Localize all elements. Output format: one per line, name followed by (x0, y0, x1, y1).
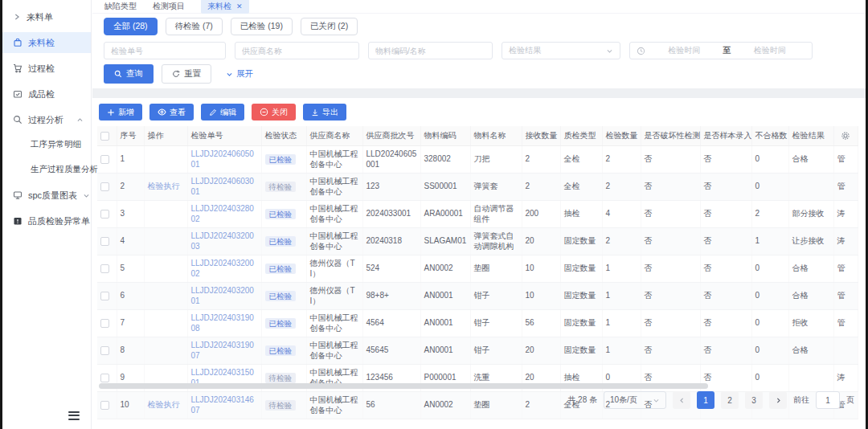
column-header: 是否样本录入 (700, 126, 751, 146)
row-checkbox[interactable] (100, 319, 109, 328)
order-no-input[interactable] (104, 42, 226, 59)
table-row: 3LLJDJ20240328002已检验中国机械工程创备中心2024033001… (97, 201, 858, 228)
cell-supplier: 中国机械工程创备中心 (306, 146, 362, 174)
goto-page-input[interactable] (816, 391, 840, 409)
status-tab-closed[interactable]: 已关闭 (2) (301, 18, 358, 35)
row-checkbox[interactable] (100, 237, 109, 246)
column-settings-gear-icon[interactable] (841, 131, 850, 141)
view-button[interactable]: 查看 (149, 104, 194, 121)
inspect-execute-link[interactable]: 检验执行 (148, 182, 180, 190)
page-button-1[interactable]: 1 (697, 391, 714, 409)
row-checkbox[interactable] (100, 374, 109, 382)
cell-supplier: 中国机械工程创备中心 (306, 337, 362, 365)
cell-inspect-qty: 1 (602, 255, 641, 283)
row-checkbox[interactable] (100, 182, 109, 191)
page-button-3[interactable]: 3 (745, 391, 763, 409)
status-badge: 已检验 (265, 291, 297, 302)
cell-material-code: ARA00001 (420, 201, 470, 228)
cell-status: 待检验 (261, 174, 306, 201)
material-input[interactable] (368, 42, 493, 59)
row-checkbox[interactable] (100, 264, 109, 273)
cell-action (144, 201, 187, 228)
goto-label: 前往 (793, 394, 809, 406)
expand-filters-link[interactable]: 展开 (226, 68, 253, 80)
abnormal-doc-icon (13, 216, 23, 226)
cell-material-code: AN0002 (420, 392, 470, 419)
cell-result: 合格 (788, 337, 833, 365)
select-all-checkbox[interactable] (100, 132, 109, 141)
close-icon[interactable]: ✕ (236, 3, 243, 10)
status-tab-inspected[interactable]: 已检验 (19) (231, 18, 293, 35)
cell-batch-no: 45645 (362, 337, 420, 365)
tab-inspection-item[interactable]: 检测项目 (153, 1, 185, 12)
cell-order-no[interactable]: LLJDJ20240320003 (187, 228, 261, 255)
cell-order-no[interactable]: LLJDJ20240328002 (187, 201, 261, 228)
cell-action[interactable]: 检验执行 (144, 174, 187, 201)
tab-incoming-inspection[interactable]: 来料检 ✕ (201, 0, 249, 14)
cell-seq: 2 (117, 174, 144, 201)
inspect-execute-link[interactable]: 检验执行 (148, 400, 180, 409)
status-tab-pending[interactable]: 待检验 (7) (166, 18, 223, 35)
cell-order-no[interactable]: LLJDJ20240314607 (187, 392, 261, 419)
cell-recv-qty: 20 (522, 337, 560, 365)
sidebar-item-process-inspection[interactable]: 过程检 (2, 58, 91, 79)
sidebar-subitem-process-abnormal-detail[interactable]: 工序异常明细 (2, 135, 91, 154)
cell-order-no[interactable]: LLJDJ20240320001 (187, 283, 261, 310)
sidebar-item-incoming-inspection[interactable]: 来料检 (2, 32, 91, 53)
cell-material-code: SS00001 (420, 174, 470, 201)
cell-sample-entry: 否 (700, 310, 751, 337)
view-button-label: 查看 (170, 107, 186, 118)
cell-action (144, 337, 187, 365)
cell-order-no[interactable]: LLJDJ20240319008 (187, 310, 261, 337)
row-checkbox[interactable] (100, 155, 109, 164)
prev-page-button[interactable] (673, 391, 690, 409)
sidebar-item-label: 来料检 (28, 37, 55, 49)
cell-action (144, 283, 187, 310)
cell-defect-qty: 0 (751, 255, 788, 283)
sidebar-item-spc-quality-chart[interactable]: spc质量图表 (2, 185, 91, 206)
sidebar-item-finished-inspection[interactable]: 成品检 (2, 84, 91, 104)
cell-result: 让步接收 (788, 228, 833, 255)
result-select[interactable]: 检验结果 (502, 42, 620, 59)
screen-edge-left (0, 0, 2, 429)
cell-order-no[interactable]: LLJDJ20240603001 (187, 174, 261, 201)
export-button[interactable]: 导出 (303, 104, 346, 121)
reset-button[interactable]: 重置 (162, 64, 211, 84)
sidebar-collapse-icon[interactable] (68, 411, 80, 423)
cell-sample-entry: 否 (700, 174, 751, 201)
cell-action[interactable]: 检验执行 (144, 392, 187, 419)
cell-order-no[interactable]: LLJDJ20240319007 (187, 337, 261, 365)
sidebar-item-process-analysis[interactable]: 过程分析 (2, 109, 91, 130)
row-checkbox[interactable] (100, 401, 109, 410)
search-button[interactable]: 查询 (104, 64, 154, 84)
supplier-input[interactable] (235, 42, 359, 59)
horizontal-scrollbar[interactable] (99, 383, 708, 389)
sidebar-item-incoming-order[interactable]: 来料单 (2, 6, 91, 27)
sidebar-subitem-production-quality-analysis[interactable]: 生产过程质量分析 (2, 160, 91, 179)
date-range-picker[interactable]: 检验时间 至 检验时间 (629, 42, 813, 59)
tab-defect-type[interactable]: 缺陷类型 (104, 1, 137, 12)
cell-order-no[interactable]: LLJDJ20240320002 (187, 255, 261, 283)
cell-qc-type: 固定数量 (560, 228, 602, 255)
cell-order-no[interactable]: LLJDJ20240605001 (187, 146, 261, 174)
cell-destructive: 否 (641, 228, 700, 255)
chevron-down-icon (606, 47, 613, 55)
close-button-label: 关闭 (272, 107, 288, 118)
sidebar-item-quality-abnormal-order[interactable]: 品质检验异常单 (2, 210, 91, 231)
status-tab-all[interactable]: 全部 (28) (104, 18, 158, 35)
add-button[interactable]: 新增 (99, 104, 142, 121)
cell-inspector: 管 (833, 283, 858, 310)
column-header: 物料编码 (420, 126, 470, 146)
sidebar-item-label: 成品检 (28, 88, 55, 100)
page-button-2[interactable]: 2 (721, 391, 739, 409)
sidebar-item-label: 品质检验异常单 (28, 215, 90, 227)
row-checkbox[interactable] (100, 292, 109, 300)
close-order-button[interactable]: 关闭 (252, 104, 296, 121)
cell-inspector: 涛 (833, 365, 858, 392)
edit-button[interactable]: 编辑 (201, 104, 244, 121)
next-page-button[interactable] (769, 391, 787, 409)
row-checkbox[interactable] (100, 210, 109, 219)
row-checkbox[interactable] (100, 346, 109, 355)
page-size-select[interactable]: 10条/页 (604, 391, 666, 409)
eye-icon (158, 108, 166, 116)
